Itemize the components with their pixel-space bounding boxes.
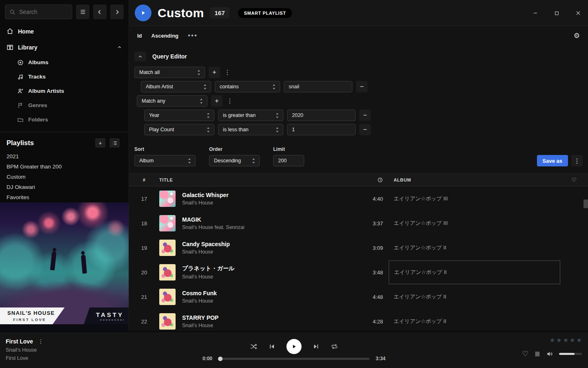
now-playing-title[interactable]: First Love	[6, 338, 33, 345]
remove-rule-button[interactable]: −	[359, 110, 371, 121]
menu-button[interactable]	[76, 4, 89, 19]
queue-button[interactable]	[534, 351, 541, 357]
nav-forward-button[interactable]	[110, 4, 124, 19]
maximize-button[interactable]	[552, 9, 561, 18]
play-playlist-button[interactable]	[135, 4, 151, 21]
track-album[interactable]: エイリアン☆ポップ II	[389, 310, 560, 331]
rule-field-select[interactable]: Play Count	[144, 124, 214, 135]
track-artist[interactable]: Snail's House	[182, 200, 229, 206]
playlist-item[interactable]: BPM Greater than 200	[0, 162, 129, 172]
rule-field-select[interactable]: Album Artist	[141, 81, 211, 92]
track-title[interactable]: Candy Spaceship	[182, 241, 230, 247]
close-button[interactable]	[574, 9, 583, 18]
match-type-select[interactable]: Match all	[134, 67, 205, 78]
create-playlist-button[interactable]: +	[95, 138, 105, 148]
column-title[interactable]: TITLE	[159, 177, 341, 182]
save-options-button[interactable]: ⋮	[571, 155, 583, 166]
limit-input[interactable]: 200	[273, 155, 304, 166]
playlist-item[interactable]: Custom	[0, 172, 129, 182]
playlist-item[interactable]: DJ Okawari	[0, 182, 129, 192]
previous-button[interactable]	[269, 343, 276, 350]
track-album[interactable]: エイリアン☆ポップ III	[389, 187, 560, 211]
sidebar-item-genres[interactable]: Genres	[0, 98, 129, 112]
sidebar-item-tracks[interactable]: Tracks	[0, 70, 129, 84]
track-artist[interactable]: Snail's House	[182, 298, 217, 304]
scrollbar-thumb[interactable]	[584, 200, 588, 208]
save-as-button[interactable]: Save as	[537, 155, 568, 166]
remove-rule-button[interactable]: −	[356, 81, 368, 92]
track-album-focused-cell[interactable]: エイリアン☆ポップ II	[389, 260, 560, 284]
star-icon[interactable]: ★	[577, 337, 582, 343]
track-album[interactable]: エイリアン☆ポップ II	[389, 285, 560, 309]
sidebar-item-library[interactable]: Library	[0, 39, 129, 55]
seek-handle[interactable]	[218, 357, 223, 361]
sort-select[interactable]: Album	[134, 155, 196, 166]
sidebar-item-album-artists[interactable]: Album Artists	[0, 84, 129, 98]
add-rule-button[interactable]: +	[211, 95, 223, 107]
track-title[interactable]: Galactic Whisper	[182, 192, 229, 198]
next-button[interactable]	[313, 343, 320, 350]
playlist-item[interactable]: 2021	[0, 151, 129, 162]
track-title[interactable]: MAGIK	[182, 216, 244, 223]
track-artist[interactable]: Snail's House feat. Sennzai	[182, 224, 244, 230]
rule-operator-select[interactable]: is less than	[218, 124, 283, 135]
column-favorite[interactable]: ♡	[566, 177, 582, 183]
track-artist[interactable]: Snail's House	[182, 274, 234, 280]
rule-operator-select[interactable]: is greater than	[218, 110, 283, 121]
rule-value-input[interactable]: 1	[287, 124, 356, 135]
volume-icon[interactable]	[546, 350, 553, 357]
order-select[interactable]: Descending	[209, 155, 260, 166]
column-duration[interactable]	[346, 177, 383, 183]
gear-icon[interactable]: ⚙	[574, 31, 580, 40]
rule-value-input[interactable]: snail	[284, 81, 352, 92]
sort-order-button[interactable]: Ascending	[151, 33, 178, 39]
now-playing-artist[interactable]: Snail's House	[6, 347, 44, 353]
track-title[interactable]: STARRY POP	[182, 314, 218, 321]
match-type-select[interactable]: Match any	[137, 95, 207, 107]
seek-slider[interactable]	[218, 358, 370, 360]
track-album[interactable]: エイリアン☆ポップ III	[389, 211, 560, 235]
track-row[interactable]: 22 STARRY POP Snail's House 4:28 エイリアン☆ポ…	[129, 309, 588, 331]
column-number[interactable]: #	[135, 177, 154, 182]
chevron-up-icon[interactable]	[117, 45, 122, 50]
star-icon[interactable]: ★	[563, 337, 568, 343]
add-rule-button[interactable]: +	[209, 67, 220, 78]
rule-operator-select[interactable]: contains	[215, 81, 280, 92]
track-row[interactable]: 21 Cosmo Funk Snail's House 4:48 エイリアン☆ポ…	[129, 285, 588, 309]
star-icon[interactable]: ★	[556, 337, 561, 343]
sidebar-item-home[interactable]: Home	[0, 23, 129, 39]
star-icon[interactable]: ★	[550, 337, 555, 343]
sidebar-item-folders[interactable]: Folders	[0, 112, 129, 127]
play-pause-button[interactable]	[287, 339, 302, 354]
track-album[interactable]: エイリアン☆ポップ II	[389, 236, 560, 260]
shuffle-button[interactable]	[250, 343, 258, 350]
track-title[interactable]: プラネット・ガール	[182, 265, 234, 272]
now-playing-artwork[interactable]: SNAIL'S HOUSE FIRST LOVE TASTY	[0, 202, 129, 331]
volume-slider[interactable]	[559, 353, 582, 355]
group-options-button[interactable]: ⋮	[226, 95, 234, 107]
track-artist[interactable]: Snail's House	[182, 323, 218, 328]
rule-field-select[interactable]: Year	[144, 110, 214, 121]
more-options-icon[interactable]: •••	[188, 31, 198, 40]
column-album[interactable]: ALBUM	[389, 177, 560, 182]
minimize-button[interactable]	[531, 9, 540, 18]
search-input[interactable]: Search	[5, 4, 72, 19]
now-playing-options-button[interactable]: ⋮	[38, 338, 44, 345]
track-row[interactable]: 19 Candy Spaceship Snail's House 3:09 エイ…	[129, 236, 588, 260]
star-icon[interactable]: ★	[570, 337, 575, 343]
group-options-button[interactable]: ⋮	[224, 67, 231, 78]
favorite-button[interactable]: ♡	[522, 350, 528, 357]
track-row[interactable]: 20 プラネット・ガール Snail's House 3:48 エイリアン☆ポッ…	[129, 260, 588, 285]
playlist-item[interactable]: Favorites	[0, 192, 129, 202]
rule-value-input[interactable]: 2020	[287, 110, 356, 121]
track-artist[interactable]: Snail's House	[182, 249, 230, 255]
sort-field-button[interactable]: Id	[137, 33, 142, 39]
remove-rule-button[interactable]: −	[359, 124, 371, 135]
track-row[interactable]: 18 MAGIK Snail's House feat. Sennzai 3:3…	[129, 211, 588, 236]
collapse-query-editor-button[interactable]	[134, 52, 146, 61]
sidebar-item-albums[interactable]: Albums	[0, 55, 129, 70]
repeat-button[interactable]	[331, 343, 339, 350]
playlist-list-button[interactable]	[109, 138, 120, 148]
nav-back-button[interactable]	[93, 4, 107, 19]
track-title[interactable]: Cosmo Funk	[182, 290, 217, 296]
